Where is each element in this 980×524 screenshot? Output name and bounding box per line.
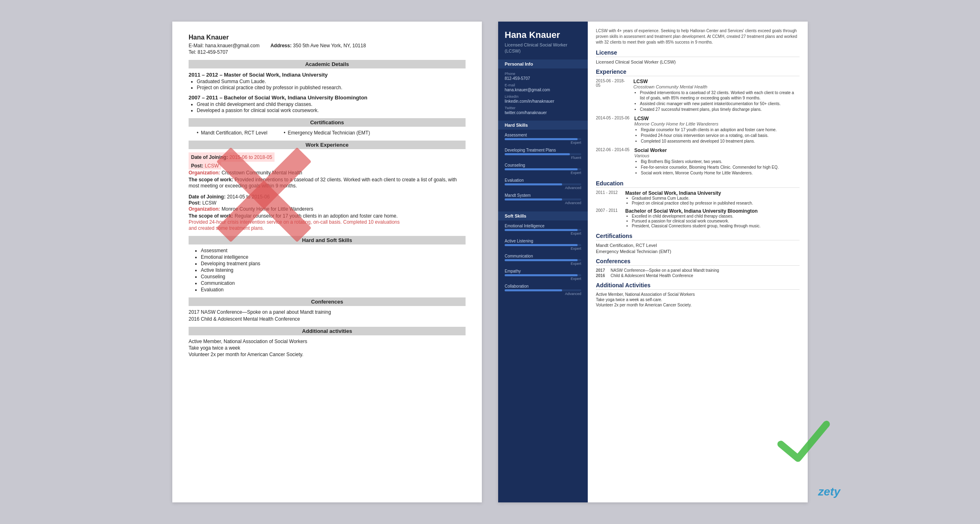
personal-info-title: Personal Info xyxy=(498,59,588,68)
bad-resume: Hana Knauer E-Mail: hana.knauer@gmail.co… xyxy=(172,22,482,502)
soft-skill-1-level: Expert xyxy=(505,247,581,251)
skill-1: Assessment xyxy=(201,248,466,253)
soft-skills-content: Emotional Intelligence Expert Active Lis… xyxy=(498,220,588,302)
email-label: E-Mail: xyxy=(189,43,204,48)
skills-section-header: Hard and Soft Skills xyxy=(189,236,466,244)
soft-skill-3-name: Empathy xyxy=(505,269,581,273)
exp-2-org: Various xyxy=(634,153,778,158)
soft-skill-3-level: Expert xyxy=(505,277,581,281)
edu-right-1-degree: Bachelor of Social Work, Indiana Univers… xyxy=(625,208,760,214)
work2-scope3: and created some treatment plans. xyxy=(189,225,264,231)
phone-label: Phone xyxy=(505,72,581,76)
linkedin-label: LinkedIn xyxy=(505,95,581,99)
hard-skill-3-bar-bg xyxy=(505,183,581,185)
twitter-item: Twitter twitter.com/hanaknauer xyxy=(505,106,581,115)
exp-0-role: LCSW xyxy=(633,79,800,84)
soft-skill-0-level: Expert xyxy=(505,231,581,236)
work1-post: LCSW xyxy=(205,163,219,169)
exp-entry-2: 2012-06 - 2014-05 Social Worker Various … xyxy=(596,148,800,176)
hard-skill-2-level: Expert xyxy=(505,171,581,175)
email-item: E-mail hana.knauer@gmail.com xyxy=(505,83,581,92)
hard-skill-1: Developing Treatment Plans Fluent xyxy=(505,148,581,160)
hard-skill-1-bar-bg xyxy=(505,153,581,155)
edu-bullet-1-2: Project on clinical practice cited by pr… xyxy=(197,85,466,90)
phone-item: Phone 812-459-5707 xyxy=(505,72,581,81)
exp-1-dates: 2014-05 - 2015-06 xyxy=(596,116,629,120)
work2-org: Monroe County Home for Little Wanderers xyxy=(222,206,313,212)
exp-2-bullet-1: Fee-for-service counselor, Blooming Hear… xyxy=(641,165,778,170)
work-entry-1: Date of Joining: 2015-06 to 2018-05 Post… xyxy=(189,152,466,189)
soft-skill-4-level: Advanced xyxy=(505,292,581,296)
activity-right-1: Take yoga twice a week as self-care. xyxy=(596,297,800,302)
work1-post-label: Post: xyxy=(191,163,203,169)
edu-right-1: 2007 - 2011 Bachelor of Social Work, Ind… xyxy=(596,208,800,229)
cert-row: •Mandt Certification, RCT Level •Emergen… xyxy=(197,130,466,136)
conf-1: 2017 NASW Conference—Spoke on a panel ab… xyxy=(189,309,466,315)
license-section-title: License xyxy=(596,49,800,57)
address-label: Address: xyxy=(270,43,292,48)
conf-right-1-year: 2016 xyxy=(596,273,607,278)
exp-entry-1: 2014-05 - 2015-06 LCSW Monroe County Hom… xyxy=(596,116,800,144)
hard-skill-4: Mandt System Advanced xyxy=(505,193,581,205)
soft-skill-0: Emotional Intelligence Expert xyxy=(505,224,581,236)
experience-section-title: Experience xyxy=(596,68,800,76)
hard-skill-3-level: Advanced xyxy=(505,186,581,190)
hard-skill-0: Assessment Expert xyxy=(505,133,581,145)
activities-section-header: Additional activities xyxy=(189,327,466,335)
activities-section-title-r: Additional Activities xyxy=(596,282,800,290)
hard-skill-2-bar-bg xyxy=(505,168,581,170)
soft-skill-0-name: Emotional Intelligence xyxy=(505,224,581,228)
exp-1-bullet-1: Provided 24-hour crisis intervention ser… xyxy=(641,133,777,138)
check-mark-icon xyxy=(775,413,832,470)
work2-date-label: Date of Joining: xyxy=(189,194,226,200)
academic-section-header: Academic Details xyxy=(189,60,466,68)
exp-0-org: Crosstown Community Mental Health xyxy=(633,84,800,89)
soft-skill-2-name: Communication xyxy=(505,254,581,258)
twitter-label: Twitter xyxy=(505,106,581,110)
work-entry-2: Date of Joining: 2014-05 to 2015-06 Post… xyxy=(189,194,466,231)
work2-org-label: Organization: xyxy=(189,206,220,212)
edu-right-1-bullet-0: Excelled in child development and child … xyxy=(632,214,760,218)
license-text: Licensed Clinical Social Worker (LCSW) xyxy=(596,59,800,64)
soft-skills-title: Soft Skills xyxy=(498,211,588,220)
right-title: Licensed Clinical Social Worker (LCSW) xyxy=(505,42,581,54)
soft-skill-2-level: Expert xyxy=(505,262,581,266)
main-summary: LCSW with 4+ years of experience. Seekin… xyxy=(596,28,800,45)
skill-2: Emotional intelligence xyxy=(201,254,466,260)
edu-bullet-1-1: Graduated Summa Cum Laude. xyxy=(197,79,466,84)
exp-1-org: Monroe County Home for Little Wanderers xyxy=(634,121,777,126)
skill-5: Counseling xyxy=(201,274,466,280)
skill-7: Evaluation xyxy=(201,287,466,293)
cert-right-0: Mandt Certification, RCT Level xyxy=(596,243,800,248)
skills-list: Assessment Emotional intelligence Develo… xyxy=(201,248,466,293)
email-value-r: hana.knauer@gmail.com xyxy=(505,88,550,92)
conf-right-0: 2017 NASW Conference—Spoke on a panel ab… xyxy=(596,268,800,273)
conf-section-title-r: Conferences xyxy=(596,258,800,266)
work1-org-label: Organization: xyxy=(189,170,220,176)
soft-skill-4-bar-bg xyxy=(505,289,581,291)
hard-skill-4-bar-bg xyxy=(505,198,581,200)
soft-skill-1: Active Listening Expert xyxy=(505,239,581,251)
work1-date-label: Date of Joining: xyxy=(191,154,228,160)
soft-skill-4-name: Collaboration xyxy=(505,284,581,288)
edu-bullet-2-1: Great in child development and child the… xyxy=(197,101,466,107)
hard-skill-4-name: Mandt System xyxy=(505,193,581,198)
soft-skill-3: Empathy Expert xyxy=(505,269,581,281)
exp-1-role: LCSW xyxy=(634,116,777,121)
hard-skills-title: Hard Skills xyxy=(498,121,588,130)
edu-entry-2: 2007 – 2011 – Bachelor of Social Work, I… xyxy=(189,95,466,113)
phone-value: 812-459-5707 xyxy=(505,76,530,81)
soft-skill-1-name: Active Listening xyxy=(505,239,581,243)
left-tel-line: Tel: 812-459-5707 xyxy=(189,49,466,55)
skill-4: Active listening xyxy=(201,267,466,273)
cert-2: •Emergency Medical Technician (EMT) xyxy=(283,130,370,136)
right-name: Hana Knauer xyxy=(505,30,581,40)
soft-skill-0-bar-bg xyxy=(505,229,581,231)
cert-1: •Mandt Certification, RCT Level xyxy=(197,130,267,136)
zety-logo: zety xyxy=(818,485,840,498)
conf-2: 2016 Child & Adolescent Mental Health Co… xyxy=(189,316,466,322)
exp-1-bullet-2: Completed 10 assessments and developed 1… xyxy=(641,139,777,144)
hard-skills-section: Hard Skills Assessment Expert Developing… xyxy=(498,121,588,211)
conf-section-header: Conferences xyxy=(189,297,466,306)
skill-3: Developing treatment plans xyxy=(201,261,466,266)
